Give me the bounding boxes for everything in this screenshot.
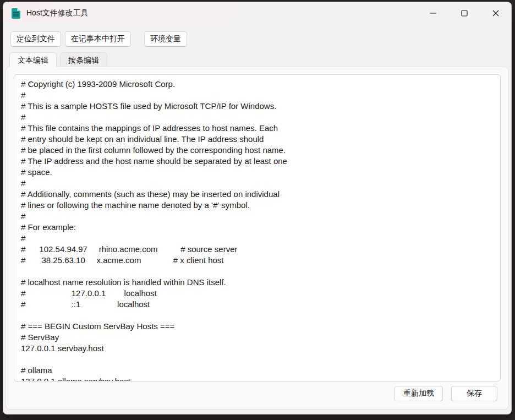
app-window: Host文件修改工具 bbox=[3, 2, 512, 414]
content-panel: # Copyright (c) 1993-2009 Microsoft Corp… bbox=[6, 67, 509, 410]
toolbar: 定位到文件 在记事本中打开 环境变量 bbox=[3, 24, 511, 47]
desktop-background: Host文件修改工具 bbox=[0, 0, 515, 420]
minimize-icon bbox=[430, 10, 436, 17]
window-controls bbox=[417, 2, 511, 24]
hosts-file-editor[interactable]: # Copyright (c) 1993-2009 Microsoft Corp… bbox=[14, 74, 501, 381]
open-in-notepad-button[interactable]: 在记事本中打开 bbox=[65, 31, 131, 47]
footer-actions: 重新加载 保存 bbox=[6, 381, 508, 409]
locate-file-button[interactable]: 定位到文件 bbox=[10, 31, 61, 47]
window-title: Host文件修改工具 bbox=[26, 8, 89, 18]
environment-variables-button[interactable]: 环境变量 bbox=[144, 31, 187, 47]
close-icon bbox=[492, 10, 499, 17]
tab-entry-edit[interactable]: 按条编辑 bbox=[60, 52, 107, 67]
app-icon bbox=[11, 8, 21, 19]
reload-button[interactable]: 重新加载 bbox=[395, 386, 443, 401]
maximize-button[interactable] bbox=[448, 2, 480, 24]
tab-text-edit[interactable]: 文本编辑 bbox=[9, 52, 57, 67]
tab-bar: 文本编辑 按条编辑 bbox=[3, 52, 511, 67]
maximize-icon bbox=[461, 10, 468, 17]
save-button[interactable]: 保存 bbox=[451, 386, 497, 401]
close-button[interactable] bbox=[480, 2, 511, 24]
minimize-button[interactable] bbox=[417, 2, 448, 24]
titlebar: Host文件修改工具 bbox=[3, 2, 511, 24]
